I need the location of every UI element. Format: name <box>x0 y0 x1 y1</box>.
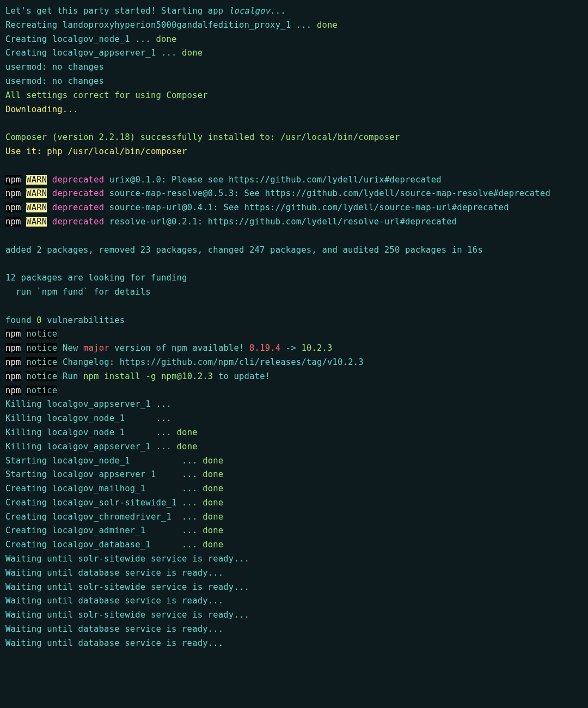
terminal-output: Let's get this party started! Starting a… <box>0 0 588 655</box>
